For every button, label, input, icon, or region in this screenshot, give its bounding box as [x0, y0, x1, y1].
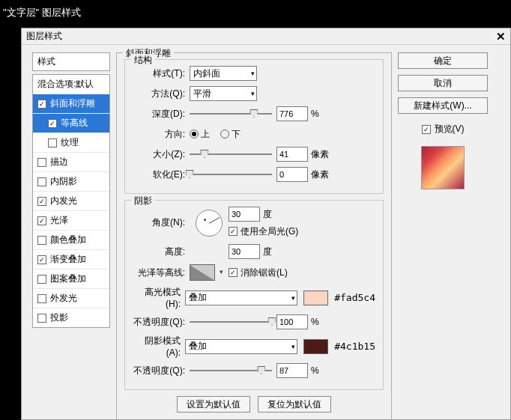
- ok-button[interactable]: 确定: [398, 52, 488, 69]
- checkbox-icon[interactable]: [37, 255, 46, 264]
- stroke-item[interactable]: 描边: [33, 153, 109, 172]
- checkbox-icon[interactable]: [37, 216, 46, 225]
- antialias-label: 消除锯齿(L): [241, 267, 288, 279]
- highlight-color-swatch[interactable]: [303, 290, 328, 305]
- reset-default-button[interactable]: 复位为默认值: [258, 396, 331, 413]
- styles-list: 样式 混合选项:默认 斜面和浮雕 等高线 纹理 描边 内阴影 内发光 光泽 颜色…: [32, 52, 110, 328]
- unit-percent: %: [311, 317, 319, 327]
- right-buttons: 确定 取消 新建样式(W)... 预览(V): [398, 52, 488, 189]
- checkbox-icon[interactable]: [37, 100, 46, 109]
- bevel-emboss-item[interactable]: 斜面和浮雕: [33, 94, 109, 114]
- angle-input[interactable]: 30: [229, 207, 260, 222]
- size-slider[interactable]: [190, 153, 272, 155]
- texture-item[interactable]: 纹理: [33, 133, 109, 153]
- blend-options-item[interactable]: 混合选项:默认: [33, 75, 109, 94]
- contour-item[interactable]: 等高线: [33, 114, 109, 133]
- new-style-button[interactable]: 新建样式(W)...: [398, 97, 488, 114]
- pattern-overlay-item[interactable]: 图案叠加: [33, 270, 109, 289]
- direction-down-label: 下: [232, 128, 241, 141]
- size-input[interactable]: 41: [276, 147, 308, 162]
- shadow-mode-select[interactable]: 叠加: [185, 339, 297, 354]
- direction-label: 方向:: [133, 128, 185, 141]
- preview-checkbox[interactable]: [422, 125, 431, 134]
- unit-deg: 度: [263, 246, 272, 258]
- styles-header[interactable]: 样式: [32, 52, 110, 71]
- altitude-input[interactable]: 30: [229, 244, 260, 259]
- checkbox-icon[interactable]: [37, 294, 46, 303]
- highlight-mode-select[interactable]: 叠加: [185, 290, 297, 305]
- checkbox-icon[interactable]: [48, 139, 57, 147]
- checkbox-icon[interactable]: [37, 314, 46, 323]
- shadow-opacity-slider[interactable]: [190, 370, 272, 371]
- shadow-mode-label: 阴影模式(A):: [133, 335, 181, 358]
- gloss-contour-picker[interactable]: [190, 264, 215, 281]
- close-icon[interactable]: ✕: [496, 30, 506, 43]
- style-select[interactable]: 内斜面: [190, 66, 257, 81]
- unit-deg: 度: [263, 208, 272, 221]
- preview-label: 预览(V): [435, 123, 465, 136]
- layer-style-dialog: 图层样式 ✕ 样式 混合选项:默认 斜面和浮雕 等高线 纹理 描边 内阴影 内发…: [21, 28, 511, 420]
- settings-panel: 斜面和浮雕 结构 样式(T): 内斜面 方法(Q): 平滑 深度(D): 776: [116, 52, 392, 420]
- angle-widget[interactable]: [196, 210, 223, 237]
- checkbox-icon[interactable]: [37, 177, 46, 186]
- gloss-contour-label: 光泽等高线:: [133, 267, 185, 279]
- technique-label: 方法(Q):: [133, 88, 185, 100]
- unit-percent: %: [311, 365, 319, 376]
- highlight-mode-label: 高光模式(H):: [133, 286, 181, 309]
- unit-percent: %: [311, 109, 319, 119]
- inner-glow-item[interactable]: 内发光: [33, 192, 109, 211]
- checkbox-icon[interactable]: [48, 119, 57, 128]
- unit-px: 像素: [311, 168, 329, 181]
- depth-input[interactable]: 776: [276, 106, 308, 121]
- outer-glow-item[interactable]: 外发光: [33, 289, 109, 308]
- soften-slider[interactable]: [190, 174, 272, 175]
- style-label: 样式(T):: [133, 67, 185, 80]
- unit-px: 像素: [311, 148, 329, 161]
- inner-shadow-item[interactable]: 内阴影: [33, 172, 109, 192]
- depth-label: 深度(D):: [133, 108, 185, 121]
- depth-slider[interactable]: [190, 113, 272, 115]
- altitude-label: 高度:: [133, 246, 185, 258]
- size-label: 大小(Z):: [133, 148, 185, 161]
- shadow-hex: #4c1b15: [334, 341, 375, 352]
- direction-up-radio[interactable]: [190, 130, 199, 139]
- soften-input[interactable]: 0: [276, 167, 308, 182]
- shading-legend: 阴影: [131, 195, 155, 207]
- parent-window-title: "文字层" 图层样式: [0, 0, 511, 25]
- highlight-opacity-slider[interactable]: [190, 321, 272, 323]
- highlight-opacity-label: 不透明度(Q):: [133, 316, 185, 329]
- technique-select[interactable]: 平滑: [190, 86, 257, 101]
- checkbox-icon[interactable]: [37, 236, 46, 245]
- color-overlay-item[interactable]: 颜色叠加: [33, 231, 109, 250]
- global-light-label: 使用全局光(G): [241, 225, 298, 238]
- global-light-checkbox[interactable]: [229, 227, 238, 236]
- dialog-title: 图层样式: [26, 30, 62, 43]
- shadow-opacity-input[interactable]: 87: [276, 363, 308, 378]
- dialog-titlebar: 图层样式 ✕: [22, 28, 510, 45]
- checkbox-icon[interactable]: [37, 197, 46, 206]
- cancel-button[interactable]: 取消: [398, 75, 488, 91]
- highlight-opacity-input[interactable]: 100: [276, 314, 308, 329]
- checkbox-icon[interactable]: [37, 275, 46, 284]
- gradient-overlay-item[interactable]: 渐变叠加: [33, 250, 109, 270]
- structure-legend: 结构: [131, 54, 155, 67]
- satin-item[interactable]: 光泽: [33, 211, 109, 231]
- drop-shadow-item[interactable]: 投影: [33, 308, 109, 327]
- preview-thumbnail: [421, 146, 465, 189]
- shadow-color-swatch[interactable]: [303, 339, 328, 354]
- direction-up-label: 上: [201, 128, 210, 141]
- make-default-button[interactable]: 设置为默认值: [177, 396, 250, 413]
- soften-label: 软化(E):: [133, 168, 185, 181]
- angle-label: 角度(N):: [133, 216, 185, 229]
- antialias-checkbox[interactable]: [229, 268, 238, 277]
- highlight-hex: #fad5c4: [334, 292, 375, 303]
- shadow-opacity-label: 不透明度(Q):: [133, 365, 185, 377]
- direction-down-radio[interactable]: [220, 130, 229, 139]
- checkbox-icon[interactable]: [37, 158, 46, 167]
